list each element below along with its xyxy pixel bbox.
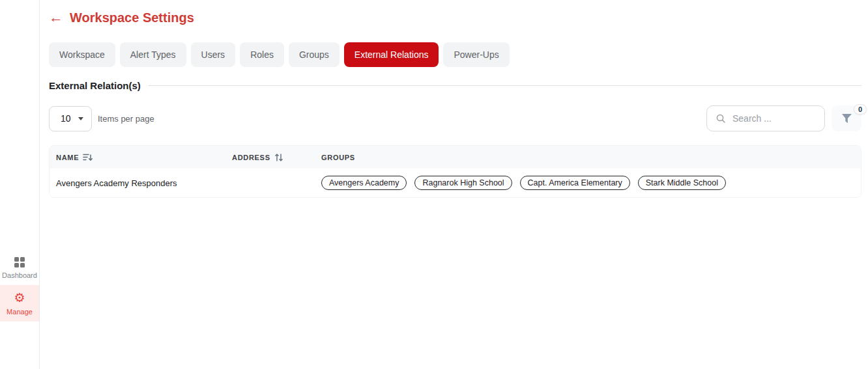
filter-funnel-icon [841, 114, 852, 124]
page-title: Workspace Settings [70, 10, 194, 25]
tab-groups[interactable]: Groups [289, 42, 340, 67]
chevron-down-icon [78, 117, 83, 120]
filter-count-badge: 0 [854, 104, 867, 115]
sort-lines-down-icon [83, 153, 93, 162]
table-header-row: NAME ADDRESS GROUPS [50, 146, 861, 169]
section-header: External Relation(s) [49, 80, 861, 91]
items-per-page-label: Items per page [98, 114, 154, 124]
group-chip: Ragnarok High School [414, 176, 512, 190]
back-button[interactable]: ← [49, 10, 63, 25]
items-per-page-value: 10 [61, 113, 71, 124]
sidebar-item-manage[interactable]: ⚙ Manage [0, 285, 39, 321]
table-controls: 10 Items per page 0 [49, 105, 861, 131]
tab-workspace[interactable]: Workspace [49, 42, 115, 67]
search-input[interactable] [731, 113, 818, 124]
search-box [706, 105, 825, 131]
tab-roles[interactable]: Roles [240, 42, 284, 67]
column-header-name[interactable]: NAME [56, 153, 232, 162]
tab-users[interactable]: Users [191, 42, 236, 67]
group-chip: Stark Middle School [638, 176, 726, 190]
column-header-address[interactable]: ADDRESS [232, 153, 321, 162]
sidebar: Dashboard ⚙ Manage [0, 0, 40, 369]
section-title: External Relation(s) [49, 80, 141, 91]
tab-power-ups[interactable]: Power-Ups [443, 42, 509, 67]
group-chip: Avengers Academy [321, 176, 407, 190]
sidebar-item-label: Dashboard [2, 271, 37, 279]
page-header: ← Workspace Settings [49, 10, 861, 25]
section-divider [149, 85, 861, 86]
sidebar-item-label: Manage [7, 308, 33, 316]
group-chip: Capt. America Elementary [520, 176, 630, 190]
dashboard-grid-icon [14, 257, 25, 267]
items-per-page-select[interactable]: 10 [49, 106, 92, 131]
sort-up-down-icon [274, 153, 283, 162]
main-content: ← Workspace Settings WorkspaceAlert Type… [40, 0, 868, 198]
row-name: Avengers Academy Responders [56, 178, 232, 188]
filter-button[interactable]: 0 [832, 105, 861, 131]
table-body: Avengers Academy Responders Avengers Aca… [50, 169, 861, 197]
search-filter-controls: 0 [706, 105, 861, 131]
items-per-page-control: 10 Items per page [49, 106, 154, 131]
column-header-groups: GROUPS [321, 154, 861, 161]
row-groups: Avengers AcademyRagnarok High SchoolCapt… [321, 176, 861, 190]
tab-external-relations[interactable]: External Relations [344, 42, 439, 67]
sidebar-nav: Dashboard ⚙ Manage [0, 251, 39, 321]
tab-alert-types[interactable]: Alert Types [120, 42, 186, 67]
external-relations-table: NAME ADDRESS GROUPS [49, 145, 861, 198]
sidebar-item-dashboard[interactable]: Dashboard [0, 251, 39, 285]
search-icon [716, 113, 726, 124]
table-row[interactable]: Avengers Academy Responders Avengers Aca… [50, 169, 861, 197]
gear-icon: ⚙ [14, 292, 25, 304]
settings-tabs: WorkspaceAlert TypesUsersRolesGroupsExte… [49, 42, 861, 67]
